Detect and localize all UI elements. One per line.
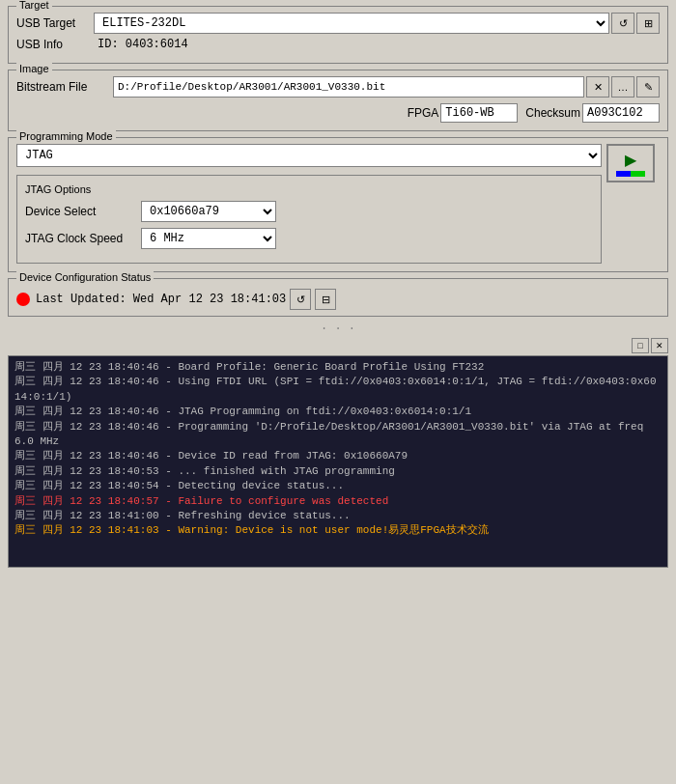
image-section-label: Image [16,63,52,74]
log-maximize-button[interactable]: □ [632,338,649,353]
target-section: Target USB Target ELITES-232DL ↺ ⊞ USB I… [8,6,668,64]
target-section-label: Target [16,0,52,11]
usb-target-select[interactable]: ELITES-232DL [94,13,609,34]
edit-bitstream-button[interactable]: ✎ [636,76,660,98]
log-line: 周三 四月 12 23 18:41:03 - Warning: Device i… [14,523,662,538]
usb-info-label: USB Info [16,38,94,51]
status-row: Last Updated: Wed Apr 12 23 18:41:03 ↺ ⊟ [16,289,660,310]
log-line: 周三 四月 12 23 18:40:46 - Board Profile: Ge… [14,360,662,375]
programming-mode-left: JTAG JTAG Options Device Select 0x10660a… [16,144,602,264]
usb-info-value: ID: 0403:6014 [98,38,188,51]
jtag-clock-select[interactable]: 6 MHz [141,228,276,249]
log-line: 周三 四月 12 23 18:40:54 - Detecting device … [14,479,662,493]
status-refresh-button[interactable]: ↺ [290,289,311,310]
jtag-clock-label: JTAG Clock Speed [25,232,141,245]
refresh-usb-button[interactable]: ↺ [611,13,634,34]
log-container: · · · □ ✕ 周三 四月 12 23 18:40:46 - Board P… [8,322,668,568]
browse-bitstream-button[interactable]: … [611,76,634,98]
usb-info-row: USB Info ID: 0403:6014 [16,38,660,51]
play-button[interactable]: ▶ [606,144,655,182]
log-line: 周三 四月 12 23 18:40:46 - Using FTDI URL (S… [14,375,662,405]
programming-mode-right: ▶ [602,144,660,182]
clear-bitstream-button[interactable]: ✕ [586,76,609,98]
checksum-value[interactable] [582,103,660,123]
bitstream-row: Bitstream File ✕ … ✎ [16,76,660,98]
fpga-row: FPGA Checksum [16,103,660,123]
checksum-label: Checksum [525,106,580,120]
log-line: 周三 四月 12 23 18:40:57 - Failure to config… [14,494,662,509]
programming-mode-row: JTAG JTAG Options Device Select 0x10660a… [16,144,660,264]
device-select-label: Device Select [25,205,141,218]
usb-target-label: USB Target [16,16,94,30]
status-filter-button[interactable]: ⊟ [315,289,336,310]
usb-target-row: USB Target ELITES-232DL ↺ ⊞ [16,13,660,34]
log-line: 周三 四月 12 23 18:41:00 - Refreshing device… [14,509,662,523]
programming-mode-section: Programming Mode JTAG JTAG Options Devic… [8,137,668,272]
device-config-section: Device Configuration Status Last Updated… [8,278,668,317]
log-close-button[interactable]: ✕ [651,338,668,353]
jtag-options-box: JTAG Options Device Select 0x10660a79 JT… [16,175,602,264]
fpga-label: FPGA [408,106,439,120]
programming-mode-label: Programming Mode [16,130,116,142]
device-select-row: Device Select 0x10660a79 [25,201,593,222]
log-line: 周三 四月 12 23 18:40:46 - Device ID read fr… [14,449,662,463]
bitstream-label: Bitstream File [16,80,113,94]
image-section: Image Bitstream File ✕ … ✎ FPGA Checksum [8,70,668,131]
play-icon: ▶ [625,151,636,169]
device-config-label: Device Configuration Status [16,271,154,283]
device-select-select[interactable]: 0x10660a79 [141,201,276,222]
log-toolbar: □ ✕ [8,338,668,353]
log-area[interactable]: 周三 四月 12 23 18:40:46 - Board Profile: Ge… [8,355,668,568]
play-bar [616,171,645,177]
status-indicator [16,293,30,306]
jtag-clock-row: JTAG Clock Speed 6 MHz [25,228,593,249]
dots-row: · · · [8,322,668,336]
log-line: 周三 四月 12 23 18:40:46 - Programming 'D:/P… [14,420,662,450]
log-line: 周三 四月 12 23 18:40:46 - JTAG Programming … [14,405,662,419]
jtag-options-title: JTAG Options [25,183,593,195]
last-updated-text: Last Updated: Wed Apr 12 23 18:41:03 [36,293,286,306]
bitstream-input[interactable] [113,76,584,98]
fpga-value[interactable] [440,103,518,123]
log-line: 周三 四月 12 23 18:40:53 - ... finished with… [14,464,662,479]
programming-mode-select[interactable]: JTAG [16,144,602,167]
grid-usb-button[interactable]: ⊞ [636,13,660,34]
